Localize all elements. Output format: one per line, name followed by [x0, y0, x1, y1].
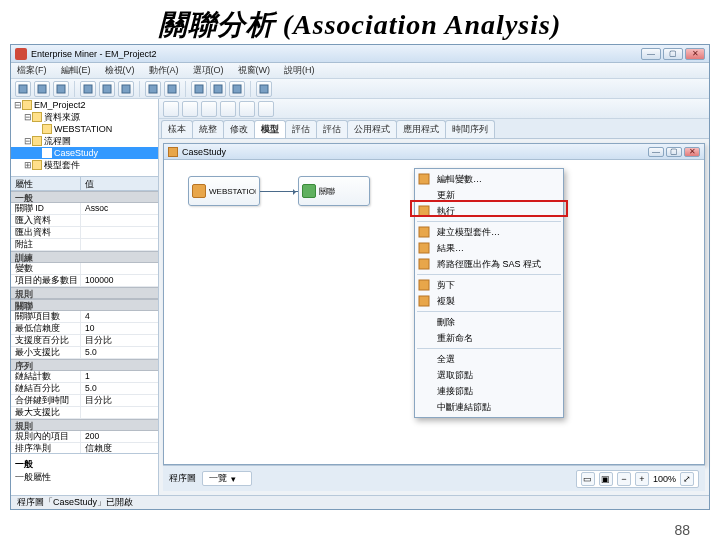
- close-button[interactable]: ✕: [685, 48, 705, 60]
- context-menu-item[interactable]: 複製: [415, 293, 563, 309]
- file-new-icon[interactable]: [15, 81, 31, 97]
- property-value[interactable]: 10: [81, 323, 158, 334]
- menu-item[interactable]: 視窗(W): [238, 64, 271, 77]
- palette-tool-icon[interactable]: [220, 101, 236, 117]
- property-row[interactable]: 支援度百分比目分比: [11, 335, 158, 347]
- zoom-fit-icon[interactable]: ▣: [599, 472, 613, 486]
- category-tab[interactable]: 評估: [285, 120, 317, 138]
- property-value[interactable]: 1: [81, 371, 158, 382]
- property-row[interactable]: 匯出資料: [11, 227, 158, 239]
- sub-minimize-button[interactable]: —: [648, 147, 664, 157]
- context-menu-item[interactable]: 全選: [415, 351, 563, 367]
- tree-expand-icon[interactable]: ⊟: [23, 112, 32, 122]
- category-tab[interactable]: 統整: [192, 120, 224, 138]
- property-value[interactable]: [81, 239, 158, 250]
- property-grid[interactable]: 一般關聯 IDAssoc匯入資料匯出資料附註訓練變數項目的最多數目100000規…: [11, 191, 158, 453]
- category-tab[interactable]: 模型: [254, 120, 286, 138]
- copy-icon[interactable]: [99, 81, 115, 97]
- tree-item[interactable]: ⊟資料來源: [11, 111, 158, 123]
- menu-item[interactable]: 選項(O): [193, 64, 224, 77]
- property-value[interactable]: 200: [81, 431, 158, 442]
- undo-icon[interactable]: [145, 81, 161, 97]
- tree-item[interactable]: CaseStudy: [11, 147, 158, 159]
- context-menu-item[interactable]: 結果…: [415, 240, 563, 256]
- property-value[interactable]: 目分比: [81, 335, 158, 346]
- palette-tool-icon[interactable]: [258, 101, 274, 117]
- context-menu-item[interactable]: 重新命名: [415, 330, 563, 346]
- context-menu-item[interactable]: 編輯變數…: [415, 171, 563, 187]
- results-icon[interactable]: [229, 81, 245, 97]
- menu-item[interactable]: 編輯(E): [61, 64, 91, 77]
- tree-expand-icon[interactable]: ⊞: [23, 160, 32, 170]
- menu-item[interactable]: 檢視(V): [105, 64, 135, 77]
- property-value[interactable]: 目分比: [81, 395, 158, 406]
- paste-icon[interactable]: [118, 81, 134, 97]
- property-row[interactable]: 關聯 IDAssoc: [11, 203, 158, 215]
- save-icon[interactable]: [53, 81, 69, 97]
- menu-item[interactable]: 動作(A): [149, 64, 179, 77]
- property-value[interactable]: 100000: [81, 275, 158, 286]
- node-data-source[interactable]: WEBSTATION: [188, 176, 260, 206]
- property-row[interactable]: 最大支援比: [11, 407, 158, 419]
- zoom-reset-button[interactable]: ⤢: [680, 472, 694, 486]
- property-row[interactable]: 鏈結計數1: [11, 371, 158, 383]
- category-tab[interactable]: 修改: [223, 120, 255, 138]
- property-row[interactable]: 合併鍵到時間目分比: [11, 395, 158, 407]
- property-value[interactable]: 5.0: [81, 383, 158, 394]
- property-row[interactable]: 變數: [11, 263, 158, 275]
- redo-icon[interactable]: [164, 81, 180, 97]
- property-row[interactable]: 匯入資料: [11, 215, 158, 227]
- run-icon[interactable]: [191, 81, 207, 97]
- palette-tool-icon[interactable]: [239, 101, 255, 117]
- view-mode-dropdown[interactable]: 一覽 ▾: [202, 471, 252, 486]
- context-menu-item[interactable]: 執行: [415, 203, 563, 219]
- property-row[interactable]: 關聯項目數4: [11, 311, 158, 323]
- context-menu-item[interactable]: 將路徑匯出作為 SAS 程式: [415, 256, 563, 272]
- zoom-out-button[interactable]: −: [617, 472, 631, 486]
- property-row[interactable]: 最低信賴度10: [11, 323, 158, 335]
- property-row[interactable]: 鏈結百分比5.0: [11, 383, 158, 395]
- context-menu-item[interactable]: 更新: [415, 187, 563, 203]
- zoom-in-button[interactable]: +: [635, 472, 649, 486]
- cut-icon[interactable]: [80, 81, 96, 97]
- node-context-menu[interactable]: 編輯變數…更新執行建立模型套件…結果…將路徑匯出作為 SAS 程式剪下複製刪除重…: [414, 168, 564, 418]
- file-open-icon[interactable]: [34, 81, 50, 97]
- diagram-edge[interactable]: [260, 191, 298, 192]
- property-value[interactable]: [81, 407, 158, 418]
- property-value[interactable]: Assoc: [81, 203, 158, 214]
- context-menu-item[interactable]: 連接節點: [415, 383, 563, 399]
- property-row[interactable]: 附註: [11, 239, 158, 251]
- minimize-button[interactable]: —: [641, 48, 661, 60]
- project-tree[interactable]: ⊟EM_Project2⊟資料來源WEBSTATION⊟流程圖CaseStudy…: [11, 99, 158, 177]
- palette-tool-icon[interactable]: [163, 101, 179, 117]
- property-row[interactable]: 最小支援比5.0: [11, 347, 158, 359]
- category-tab[interactable]: 公用程式: [347, 120, 397, 138]
- menu-item[interactable]: 檔案(F): [17, 64, 47, 77]
- palette-tool-icon[interactable]: [201, 101, 217, 117]
- context-menu-item[interactable]: 刪除: [415, 314, 563, 330]
- node-association[interactable]: 關聯: [298, 176, 370, 206]
- context-menu-item[interactable]: 選取節點: [415, 367, 563, 383]
- category-tab[interactable]: 時間序列: [445, 120, 495, 138]
- tree-item[interactable]: ⊞模型套件: [11, 159, 158, 171]
- category-tab[interactable]: 應用程式: [396, 120, 446, 138]
- sub-close-button[interactable]: ✕: [684, 147, 700, 157]
- property-value[interactable]: [81, 215, 158, 226]
- category-tab[interactable]: 樣本: [161, 120, 193, 138]
- maximize-button[interactable]: ▢: [663, 48, 683, 60]
- property-value[interactable]: 信賴度: [81, 443, 158, 453]
- property-value[interactable]: [81, 227, 158, 238]
- property-value[interactable]: [81, 263, 158, 274]
- category-tab[interactable]: 評估: [316, 120, 348, 138]
- tree-expand-icon[interactable]: ⊟: [13, 100, 22, 110]
- property-row[interactable]: 項目的最多數目100000: [11, 275, 158, 287]
- diagram-canvas[interactable]: WEBSTATION 關聯 編輯變數…更新執行建立模型套件…結果…將路徑匯出作為…: [164, 160, 704, 464]
- context-menu-item[interactable]: 剪下: [415, 277, 563, 293]
- help-icon[interactable]: [256, 81, 272, 97]
- stop-icon[interactable]: [210, 81, 226, 97]
- tree-expand-icon[interactable]: ⊟: [23, 136, 32, 146]
- context-menu-item[interactable]: 中斷連結節點: [415, 399, 563, 415]
- tree-item[interactable]: WEBSTATION: [11, 123, 158, 135]
- property-value[interactable]: 5.0: [81, 347, 158, 358]
- tree-item[interactable]: ⊟EM_Project2: [11, 99, 158, 111]
